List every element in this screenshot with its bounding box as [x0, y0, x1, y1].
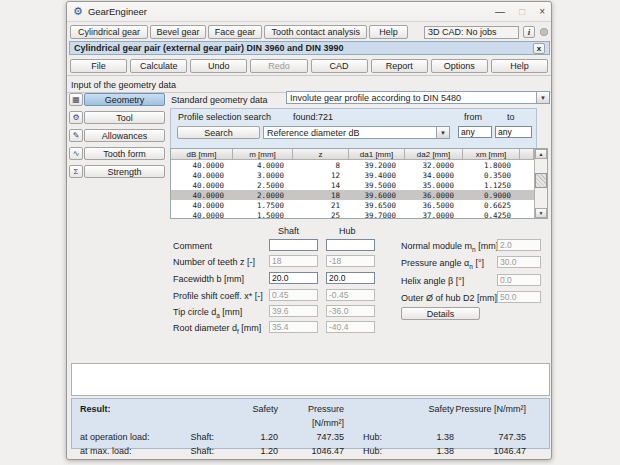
search-panel-title: Profile selection search	[178, 112, 271, 122]
title-bar: ⚙ GearEngineer — □ ×	[67, 2, 551, 22]
facewidth-hub-input[interactable]	[326, 272, 375, 284]
from-input[interactable]	[458, 126, 492, 138]
maximize-icon[interactable]: □	[519, 7, 525, 17]
helix-angle-label: Helix angle β [°]	[401, 276, 464, 288]
search-criteria-dropdown[interactable]: Reference diameter dB ▼	[263, 126, 450, 139]
window-title: GearEngineer	[88, 6, 147, 17]
result-panel: Result: Safety Pressure [N/mm²] Safety P…	[71, 398, 550, 449]
report-button[interactable]: Report	[371, 59, 428, 73]
profile-shift-hub-field	[326, 289, 375, 301]
tip-circle-label: Tip circle da [mm]	[173, 307, 242, 319]
hub-outer-diameter-field	[497, 291, 541, 303]
shaft-safety-value: 1.20	[214, 444, 278, 458]
document-close-icon[interactable]: x	[533, 43, 545, 54]
help-button[interactable]: Help	[491, 59, 548, 73]
comment-shaft-input[interactable]	[269, 239, 318, 251]
app-logo-icon: ⚙	[73, 6, 83, 17]
geometry-grid-icon: ▦	[69, 93, 83, 106]
hub-label: Hub:	[344, 444, 382, 458]
shaft-safety-value: 1.20	[214, 430, 278, 444]
details-button[interactable]: Details	[401, 307, 480, 320]
column-header[interactable]: z	[293, 149, 349, 160]
shaft-pressure-value: 747.35	[278, 430, 344, 444]
message-area	[71, 363, 550, 396]
module-tab-bar: Cylindrical gear Bevel gear Face gear To…	[67, 23, 551, 41]
hub-safety-value: 1.38	[382, 430, 454, 444]
options-button[interactable]: Options	[431, 59, 488, 73]
teeth-shaft-field	[269, 255, 318, 267]
undo-button[interactable]: Undo	[190, 59, 247, 73]
hub-safety-value: 1.38	[382, 444, 454, 458]
root-diameter-label: Root diameter df [mm]	[173, 323, 261, 335]
tab-bevel-gear[interactable]: Bevel gear	[150, 25, 206, 39]
cad-status-field: 3D CAD: No jobs	[424, 26, 519, 39]
hub-outer-diameter-label: Outer Ø of hub D2 [mm]:	[401, 293, 500, 305]
pressure-angle-field	[497, 256, 541, 268]
scroll-up-icon[interactable]: ▲	[535, 149, 547, 159]
table-row[interactable]: 40.00002.50001439.500035.00001.1250	[171, 180, 534, 190]
tool-gear-icon: ⚙	[69, 111, 83, 124]
sidebar-item-tool[interactable]: Tool	[84, 111, 165, 124]
profile-table: dB [mm] m [mm] z da1 [mm] da2 [mm] xm [m…	[170, 148, 548, 219]
safety-header: Safety	[214, 402, 278, 430]
hub-pressure-value: 747.35	[454, 430, 526, 444]
tab-cylindrical-gear[interactable]: Cylindrical gear	[70, 25, 148, 39]
pressure-header: Pressure [N/mm²]	[454, 402, 526, 430]
chevron-down-icon[interactable]: ▼	[536, 92, 549, 103]
facewidth-label: Facewidth b [mm]	[173, 274, 244, 286]
document-bar: Cylindrical gear pair (external gear pai…	[69, 41, 550, 55]
column-header[interactable]: da2 [mm]	[405, 149, 463, 160]
search-criteria-value: Reference diameter dB	[264, 128, 436, 138]
table-row[interactable]: 40.00001.50002539.700037.00000.4250	[171, 210, 534, 220]
shaft-label: Shaft:	[180, 430, 214, 444]
safety-header: Safety	[382, 402, 454, 430]
chevron-down-icon[interactable]: ▼	[436, 127, 449, 138]
info-icon[interactable]: i	[523, 26, 536, 38]
result-row-label: at max. load:	[80, 444, 180, 458]
table-row[interactable]: 40.00004.0000839.200032.00001.8000	[171, 160, 534, 170]
calculate-button[interactable]: Calculate	[130, 59, 187, 73]
minimize-icon[interactable]: —	[495, 7, 505, 17]
table-row[interactable]: 40.00003.00001239.400034.00000.3500	[171, 170, 534, 180]
profile-shift-shaft-field	[269, 289, 318, 301]
pressure-header: Pressure [N/mm²]	[278, 402, 344, 430]
facewidth-shaft-input[interactable]	[269, 272, 318, 284]
shaft-label: Shaft:	[180, 444, 214, 458]
cad-button[interactable]: CAD	[311, 59, 368, 73]
comment-label: Comment	[173, 241, 212, 253]
standard-geometry-label: Standard geometry data	[171, 95, 268, 105]
to-input[interactable]	[495, 126, 532, 138]
search-found-count: found:721	[293, 112, 333, 122]
redo-button[interactable]: Redo	[250, 59, 307, 73]
profile-search-panel: Profile selection search found:721 Searc…	[170, 108, 537, 149]
standard-geometry-dropdown[interactable]: Involute gear profile according to DIN 5…	[286, 91, 550, 104]
app-window: ⚙ GearEngineer — □ × Cylindrical gear Be…	[66, 1, 552, 460]
sidebar-item-tooth-form[interactable]: Tooth form	[84, 147, 165, 160]
sidebar-item-allowances[interactable]: Allowances	[84, 129, 165, 142]
table-scrollbar[interactable]: ▲ ▼	[534, 149, 547, 218]
table-row[interactable]: 40.00001.75002139.650036.50000.6625	[171, 200, 534, 210]
column-header[interactable]: xm [mm]	[463, 149, 520, 160]
pressure-angle-label: Pressure angle αn [°]	[401, 258, 484, 270]
close-icon[interactable]: ×	[539, 7, 545, 17]
column-header[interactable]: dB [mm]	[171, 149, 233, 160]
column-header[interactable]: da1 [mm]	[349, 149, 405, 160]
sidebar-item-geometry[interactable]: Geometry	[84, 93, 165, 106]
document-title: Cylindrical gear pair (external gear pai…	[74, 43, 344, 53]
file-button[interactable]: File	[70, 59, 127, 73]
result-title: Result:	[80, 402, 180, 430]
teeth-label: Number of teeth z [-]	[173, 257, 255, 269]
column-header[interactable]: m [mm]	[233, 149, 293, 160]
comment-hub-input[interactable]	[326, 239, 375, 251]
root-diameter-shaft-field	[269, 321, 318, 333]
scrollbar-thumb[interactable]	[535, 173, 547, 188]
tip-circle-shaft-field	[269, 305, 318, 317]
standard-geometry-value: Involute gear profile according to DIN 5…	[287, 93, 536, 103]
search-button[interactable]: Search	[177, 126, 260, 139]
scroll-down-icon[interactable]: ▼	[535, 208, 547, 218]
tab-face-gear[interactable]: Face gear	[208, 25, 262, 39]
table-row-selected[interactable]: 40.00002.00001839.600036.00000.9000	[171, 190, 534, 200]
tab-help[interactable]: Help	[369, 25, 408, 39]
tab-tooth-contact-analysis[interactable]: Tooth contact analysis	[264, 25, 367, 39]
sidebar-item-strength[interactable]: Strength	[84, 165, 165, 178]
